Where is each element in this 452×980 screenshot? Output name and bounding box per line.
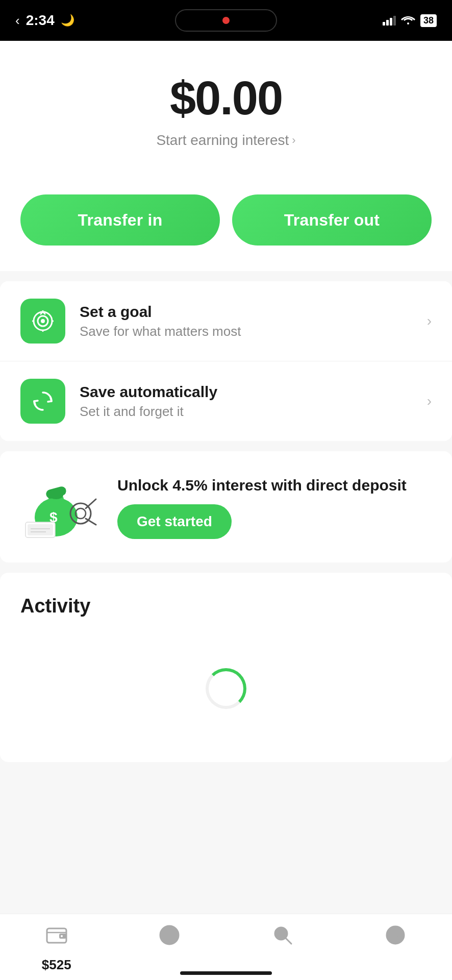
svg-rect-17 [28,524,53,535]
cards-section: Set a goal Save for what matters most › … [0,281,452,441]
set-goal-card-text: Set a goal Save for what matters most [80,303,413,339]
nav-item-balance[interactable]: $525 [0,923,113,973]
status-time: 2:34 [26,12,55,29]
refresh-icon [30,388,56,414]
banner-text: Unlock 4.5% interest with direct deposit… [117,475,432,539]
interest-link-text: Start earning interest [156,132,289,149]
money-illustration-icon: $ [20,474,102,540]
activity-loading-spinner [20,638,432,740]
save-auto-title: Save automatically [80,383,413,401]
nav-balance-amount: $525 [42,955,71,973]
battery-indicator: 38 [420,14,437,27]
back-arrow-icon[interactable]: ‹ [15,13,20,29]
set-goal-chevron-icon: › [427,313,432,329]
balance-amount: $0.00 [20,71,432,125]
status-bar: ‹ 2:34 🌙 38 [0,0,452,41]
refresh-icon-container [20,379,65,424]
main-content: $0.00 Start earning interest › Transfer … [0,41,452,844]
interest-link[interactable]: Start earning interest › [156,132,295,149]
svg-point-22 [61,935,63,937]
wallet-icon [45,923,68,952]
save-auto-chevron-icon: › [427,393,432,409]
transfer-out-button[interactable]: Transfer out [232,194,432,246]
activity-section: Activity [0,573,452,762]
svg-line-14 [86,499,96,508]
wifi-icon [401,13,415,28]
svg-point-2 [41,319,45,323]
home-indicator [180,971,272,975]
nav-item-cash[interactable]: $ [113,923,227,952]
nav-item-history[interactable] [339,923,453,952]
nav-item-search[interactable] [226,923,339,952]
save-auto-subtitle: Set it and forget it [80,404,413,420]
status-bar-right: 38 [383,13,437,28]
svg-text:$: $ [166,928,173,942]
banner-title: Unlock 4.5% interest with direct deposit [117,475,432,495]
get-started-button[interactable]: Get started [117,504,232,539]
goal-icon [30,308,56,334]
bottom-spacer [0,772,452,844]
set-goal-title: Set a goal [80,303,413,321]
svg-line-27 [286,938,291,944]
recording-dot [222,17,230,24]
signal-icon [383,15,396,26]
save-auto-card-text: Save automatically Set it and forget it [80,383,413,420]
banner-illustration: $ [20,474,102,540]
moon-icon: 🌙 [61,14,74,27]
status-bar-left: ‹ 2:34 🌙 [15,12,74,29]
bottom-nav: $525 $ [0,914,452,980]
transfer-in-button[interactable]: Transfer in [20,194,220,246]
transfer-buttons-container: Transfer in Transfer out [0,169,452,271]
goal-icon-container [20,299,65,344]
clock-icon [384,923,407,952]
dollar-sign-icon: $ [158,923,181,952]
interest-banner: $ Unlock 4.5% interest with direct depos… [0,451,452,562]
balance-section: $0.00 Start earning interest › [0,41,452,169]
search-icon [271,923,294,952]
activity-title: Activity [20,595,432,617]
chevron-right-icon: › [292,134,295,147]
spinner [206,668,246,709]
save-automatically-card[interactable]: Save automatically Set it and forget it … [0,361,452,441]
dynamic-island [175,9,277,32]
set-goal-card[interactable]: Set a goal Save for what matters most › [0,281,452,361]
set-goal-subtitle: Save for what matters most [80,324,413,339]
